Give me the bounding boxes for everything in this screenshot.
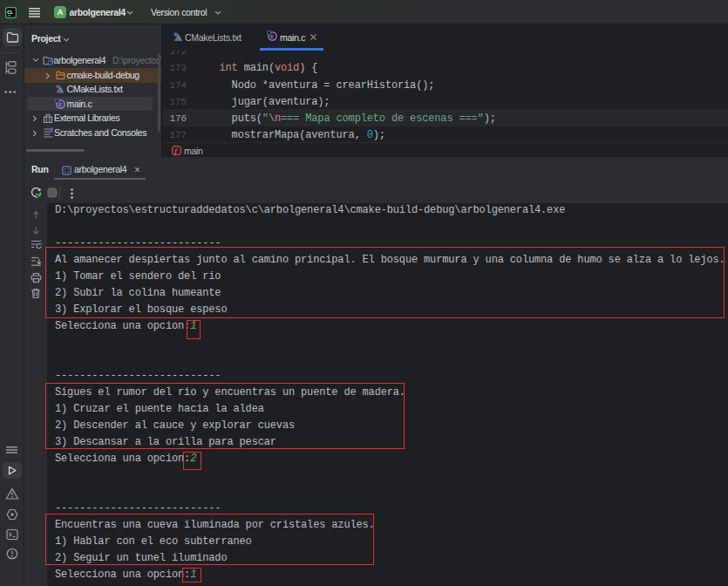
svg-text:CL: CL [7, 9, 14, 14]
